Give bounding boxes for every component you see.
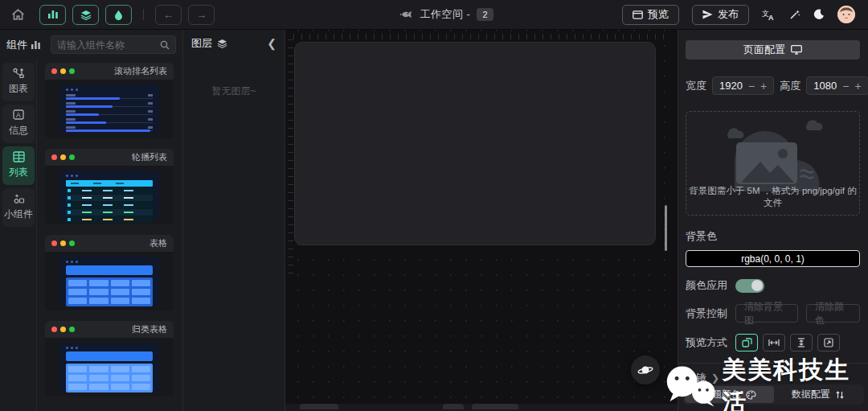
svg-text:A: A (768, 14, 774, 21)
color-apply-toggle[interactable] (735, 279, 764, 293)
page-config-button[interactable]: 页面配置 (686, 40, 860, 60)
toggle-knob (751, 280, 763, 291)
preview-fit-button[interactable] (735, 334, 758, 351)
canvas-area[interactable] (285, 30, 678, 411)
height-increment-button[interactable]: + (854, 80, 861, 92)
background-upload-dropzone[interactable]: 背景图需小于 5M ，格式为 png/jpg/gif 的文件 (686, 111, 860, 216)
category-info-label: 信息 (9, 124, 28, 138)
components-panel-title: 组件 (6, 38, 41, 52)
layers-panel-header: 图层 ❮ (183, 30, 285, 57)
charts-category-icon (13, 68, 25, 79)
svg-text:A: A (16, 111, 21, 119)
bg-control-row: 背景控制 清除背景图 清除颜色 (686, 304, 860, 323)
traffic-dot-yellow (60, 240, 66, 246)
bottom-bar-button[interactable] (300, 404, 338, 409)
top-bar: ← → 工作空间 - 2 预览 发布 文A (0, 0, 868, 30)
dark-mode-moon-icon[interactable] (813, 9, 825, 20)
tab-theme-color[interactable]: 主题颜色 (685, 386, 774, 403)
carousel-list-thumbnail (59, 171, 159, 220)
ruler-horizontal (293, 34, 671, 39)
category-list-label: 列表 (9, 166, 28, 179)
layers-panel: 图层 ❮ 暂无图层~ (183, 30, 285, 411)
theme-tool-button[interactable] (105, 5, 132, 25)
height-value[interactable]: 1080 (813, 80, 837, 92)
app-root: ← → 工作空间 - 2 预览 发布 文A (0, 0, 868, 411)
card-title: 滚动排名列表 (114, 65, 167, 77)
clear-color-button[interactable]: 清除颜色 (806, 304, 860, 323)
height-label: 高度 (780, 79, 800, 93)
preview-button[interactable]: 预览 (622, 5, 679, 25)
rank-list-thumbnail (59, 84, 159, 134)
undo-button[interactable]: ← (155, 5, 182, 25)
publish-button[interactable]: 发布 (692, 5, 749, 25)
components-icon (31, 41, 41, 49)
component-card-table[interactable]: 表格 (45, 235, 174, 310)
layers-tool-button[interactable] (72, 5, 99, 25)
bg-color-swatch[interactable]: rgba(0, 0, 0, 1) (686, 250, 860, 267)
card-header: 轮播列表 (45, 149, 174, 166)
planet-icon (637, 364, 653, 376)
card-preview (45, 80, 174, 138)
bottom-bar-button[interactable] (472, 404, 518, 409)
preview-fit-width-button[interactable] (763, 334, 785, 351)
traffic-dot-green (69, 68, 75, 74)
layers-empty-text: 暂无图层~ (183, 84, 285, 98)
traffic-dot-green (69, 240, 75, 246)
workspace-title: 工作空间 - (420, 7, 470, 22)
clear-background-image-button[interactable]: 清除背景图 (735, 304, 798, 323)
home-icon[interactable] (11, 8, 25, 21)
toolbar-left: ← → (0, 5, 289, 25)
width-stepper[interactable]: 1920 − + (712, 76, 774, 95)
width-increment-button[interactable]: + (760, 80, 767, 92)
height-stepper[interactable]: 1080 − + (806, 76, 868, 95)
canvas-bottom-bar (285, 404, 678, 411)
user-avatar[interactable] (837, 6, 855, 23)
canvas-vertical-scrollbar[interactable] (665, 205, 667, 251)
category-rail: 图表 A 信息 列表 小组件 (0, 60, 37, 411)
chart-tool-button[interactable] (39, 5, 66, 25)
component-search-input[interactable] (57, 39, 160, 51)
component-card-scroll-rank-list[interactable]: 滚动排名列表 (45, 63, 174, 138)
category-widgets[interactable]: 小组件 (2, 188, 35, 227)
category-list[interactable]: 列表 (2, 146, 35, 185)
traffic-dot-red (51, 327, 57, 332)
send-icon (702, 10, 713, 19)
bottom-bar-button[interactable] (443, 404, 464, 409)
section-divider (678, 363, 868, 364)
component-card-carousel-list[interactable]: 轮播列表 (45, 149, 174, 224)
collapse-layers-chevron[interactable]: ❮ (267, 37, 276, 50)
color-apply-row: 颜色应用 (686, 278, 860, 293)
preview-fit-height-button[interactable] (790, 334, 813, 351)
component-card-grouped-table[interactable]: 归类表格 (45, 321, 174, 397)
components-title-text: 组件 (6, 38, 27, 52)
widgets-category-icon (13, 193, 25, 204)
planet-float-button[interactable] (631, 356, 660, 384)
width-decrement-button[interactable]: − (748, 80, 755, 92)
filter-section-row[interactable]: 滤镜 ❯ (686, 371, 860, 385)
data-tab-label: 数据配置 (792, 388, 830, 401)
redo-button[interactable]: → (188, 5, 215, 25)
grouped-table-thumbnail (59, 343, 159, 392)
component-search-box[interactable] (51, 35, 176, 54)
artboard[interactable] (294, 42, 656, 245)
publish-label: 发布 (718, 7, 739, 22)
card-preview (45, 252, 174, 310)
preview-full-button[interactable] (817, 334, 840, 351)
preview-mode-row: 预览方式 (686, 334, 860, 351)
magic-wand-icon[interactable] (788, 9, 800, 21)
traffic-dot-yellow (60, 68, 66, 74)
width-value[interactable]: 1920 (719, 80, 743, 92)
language-icon[interactable]: 文A (762, 9, 776, 21)
traffic-dot-red (51, 240, 57, 246)
info-category-icon: A (13, 109, 25, 121)
tab-data-config[interactable]: 数据配置 (774, 386, 863, 403)
category-charts[interactable]: 图表 (2, 63, 35, 101)
height-decrement-button[interactable]: − (842, 80, 849, 92)
chevron-right-icon: ❯ (711, 372, 719, 384)
sort-arrows-icon (835, 390, 845, 400)
layers-icon (217, 39, 227, 48)
category-info[interactable]: A 信息 (2, 105, 35, 143)
filter-label: 滤镜 (686, 371, 706, 385)
width-label: 宽度 (686, 79, 706, 93)
category-widgets-label: 小组件 (4, 208, 33, 221)
